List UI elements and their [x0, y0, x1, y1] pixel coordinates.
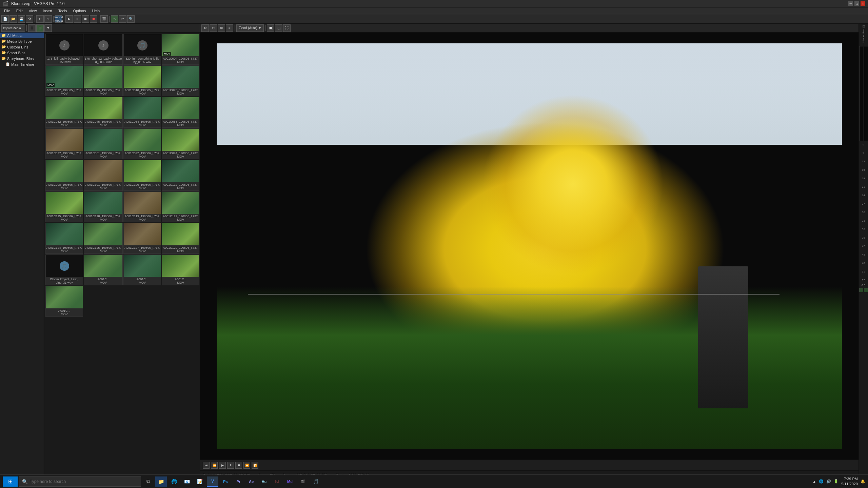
minimize-button[interactable]: ─: [848, 1, 853, 6]
media-thumb-17[interactable]: A001C092_190806_I,737.MOV: [123, 128, 161, 159]
media-grid-area[interactable]: ♪ 175_full_badly-behaved_0150.wav ♪ 175_…: [44, 33, 200, 479]
media-thumb-37[interactable]: A001C...MOV: [123, 255, 161, 285]
media-thumb-30[interactable]: A001C124_190806_I,737.MOV: [45, 223, 83, 254]
open-button[interactable]: 📂: [9, 15, 17, 23]
tree-storyboard-bins[interactable]: 📂 Storyboard Bins: [0, 56, 44, 61]
taskbar-app-mail[interactable]: 📧: [181, 476, 193, 487]
preview-overlay-btn[interactable]: 🔲: [267, 24, 274, 32]
media-thumb-35[interactable]: 🎵 Bloom Project_Last_Line_31.wav: [45, 255, 83, 285]
tree-main-timeline[interactable]: 📋 Main Timeline: [0, 61, 44, 67]
media-thumb-27[interactable]: A001C119_190806_I,737.MOV: [123, 191, 161, 222]
settings-button[interactable]: ⚙: [26, 15, 33, 23]
menu-help[interactable]: Help: [89, 8, 102, 14]
record-button[interactable]: ⏺: [90, 15, 97, 23]
media-thumb-16[interactable]: A001C081_190806_I,737.MOV: [84, 128, 123, 159]
edit-tool[interactable]: ✂: [119, 15, 126, 23]
redo-button[interactable]: ↪: [44, 15, 52, 23]
tree-media-by-type[interactable]: 📂 Media By Type: [0, 38, 44, 44]
play-from-start-btn[interactable]: ⏮: [203, 462, 210, 469]
media-thumb-31[interactable]: A001C125_190806_I,737.MOV: [84, 223, 123, 254]
taskbar-search-input[interactable]: [30, 479, 138, 484]
preview-grid-btn[interactable]: ⊞: [218, 24, 225, 32]
save-button[interactable]: 💾: [18, 15, 25, 23]
media-thumb-12[interactable]: A001C054_190805_I,737.MOV: [123, 97, 161, 128]
tree-smart-bins[interactable]: 📂 Smart Bins: [0, 50, 44, 56]
zoom-tool[interactable]: 🔍: [127, 15, 135, 23]
media-thumb-2[interactable]: 🎵 320_full_something-is-fishy_0165.wav: [123, 34, 161, 65]
play-button[interactable]: ▶: [65, 15, 73, 23]
step-back-btn[interactable]: ⏪: [211, 462, 218, 469]
taskbar-app-extra3[interactable]: 🎵: [310, 476, 321, 487]
stop-button[interactable]: ⏹: [82, 15, 89, 23]
cursor-tool[interactable]: ↖: [111, 15, 118, 23]
taskbar-app-au[interactable]: Au: [258, 476, 270, 487]
import-media-btn[interactable]: Import Media...: [1, 24, 25, 32]
taskbar-app-extra1[interactable]: Md: [284, 476, 296, 487]
loop-btn[interactable]: 🔁: [252, 462, 258, 469]
view-list-btn[interactable]: ☰: [28, 24, 36, 32]
media-thumb-6[interactable]: A001C015_190805_I,737.MOV: [84, 65, 123, 96]
tray-arrow[interactable]: ▲: [812, 480, 816, 484]
media-thumb-5[interactable]: MOV A001C012_190805_I,737.MOV: [45, 65, 83, 96]
menu-view[interactable]: View: [26, 8, 40, 14]
media-thumb-32[interactable]: A001C127_190806_I,737.MOV: [123, 223, 161, 254]
preview-menu-btn[interactable]: ≡: [226, 24, 233, 32]
taskbar-app-ps[interactable]: Ps: [220, 476, 231, 487]
maximize-button[interactable]: □: [854, 1, 859, 6]
step-fwd-btn[interactable]: ⏩: [243, 462, 250, 469]
media-thumb-36[interactable]: A001C...MOV: [84, 255, 123, 285]
pause-button[interactable]: ⏸: [74, 15, 81, 23]
preview-quality-btn[interactable]: Good (Auto) ▼: [236, 24, 264, 32]
preview-settings-btn[interactable]: ⚙: [201, 24, 209, 32]
media-thumb-15[interactable]: A001C077_190806_I,737.MOV: [45, 128, 83, 159]
start-button[interactable]: ⊞: [3, 476, 18, 487]
taskbar-app-notepad[interactable]: 📝: [194, 476, 205, 487]
media-thumb-18[interactable]: A001C094_190806_I,737.MOV: [162, 128, 199, 159]
taskbar-app-ae[interactable]: Ae: [245, 476, 257, 487]
media-thumb-20[interactable]: A001C098_190806_I,737.MOV: [45, 160, 83, 191]
media-thumb-33[interactable]: A001C129_190806_I,737.MOV: [162, 223, 199, 254]
media-thumb-25[interactable]: A001C115_190806_I,737.MOV: [45, 191, 83, 222]
media-thumb-26[interactable]: A001C118_190806_I,737.MOV: [84, 191, 123, 222]
taskbar-app-pr[interactable]: Pr: [233, 476, 244, 487]
media-thumb-38[interactable]: A001C...MOV: [162, 255, 199, 285]
media-thumb-7[interactable]: A001C018_190805_I,727.MOV: [123, 65, 161, 96]
tree-custom-bins[interactable]: 📂 Custom Bins: [0, 44, 44, 50]
undo-button[interactable]: ↩: [36, 15, 44, 23]
tray-notifications[interactable]: 🔔: [861, 479, 865, 484]
view-thumb-btn[interactable]: ⊞: [36, 24, 44, 32]
media-thumb-8[interactable]: A001C025_190805_I,737.MOV: [162, 65, 199, 96]
media-thumb-13[interactable]: A001C058_190806_I,737.MOV: [162, 97, 199, 128]
media-thumb-3[interactable]: MOV A001C004_190805_I,737.MOV: [162, 34, 199, 65]
close-button[interactable]: ✕: [861, 1, 865, 6]
media-thumb-11[interactable]: A001C045_190806_I,737.MOV: [84, 97, 123, 128]
menu-tools[interactable]: Tools: [56, 8, 70, 14]
media-thumb-10[interactable]: A001C032_190806_I,737.MOV: [45, 97, 83, 128]
preview-full-btn[interactable]: ⛶: [283, 24, 291, 32]
preview-cut-btn[interactable]: ✂: [210, 24, 217, 32]
menu-options[interactable]: Options: [71, 8, 89, 14]
media-thumb-1[interactable]: ♪ 175_short12_badly-behaved_0032.wav: [84, 34, 123, 65]
taskbar-app-vegas[interactable]: V: [207, 476, 218, 487]
import-button[interactable]: Import Media: [55, 15, 62, 23]
media-thumb-21[interactable]: A001C101_190806_I,737.MOV: [84, 160, 123, 191]
taskbar-app-extra2[interactable]: 🎬: [297, 476, 309, 487]
taskbar-app-explorer[interactable]: 📁: [155, 476, 167, 487]
taskbar-app-chrome[interactable]: 🌐: [168, 476, 180, 487]
media-thumb-40[interactable]: A001C...MOV: [45, 286, 83, 317]
tree-all-media[interactable]: 📁 All Media: [0, 33, 44, 38]
media-thumb-0[interactable]: ♪ 175_full_badly-behaved_0150.wav: [45, 34, 83, 65]
media-thumb-22[interactable]: A001C106_190806_I,737.MOV: [123, 160, 161, 191]
play-ctrl-btn[interactable]: ▶: [219, 462, 226, 469]
preview-split-btn[interactable]: ⬚: [275, 24, 282, 32]
media-thumb-28[interactable]: A001C122_190806_I,737.MOV: [162, 191, 199, 222]
taskbar-app-id[interactable]: Id: [271, 476, 283, 487]
media-sort-btn[interactable]: ▼: [44, 24, 52, 32]
taskbar-task-view[interactable]: ⧉: [142, 476, 154, 487]
menu-insert[interactable]: Insert: [40, 8, 55, 14]
stop-ctrl-btn[interactable]: ⏹: [235, 462, 242, 469]
pause-ctrl-btn[interactable]: ⏸: [227, 462, 234, 469]
menu-file[interactable]: File: [1, 8, 13, 14]
new-button[interactable]: 📄: [1, 15, 9, 23]
render-button[interactable]: 🎬: [100, 15, 108, 23]
